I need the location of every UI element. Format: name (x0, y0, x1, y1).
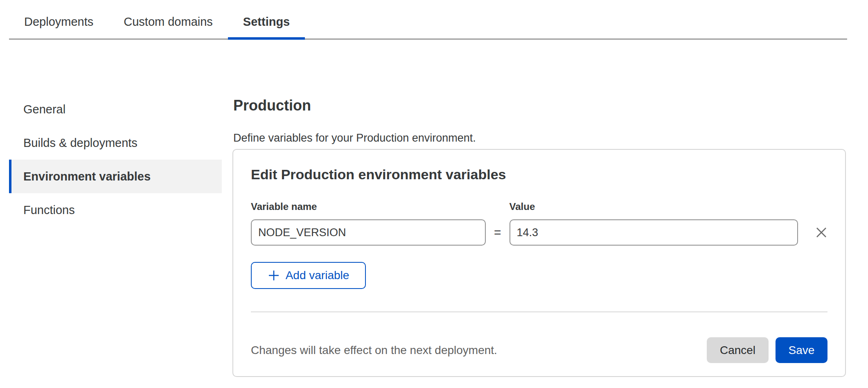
variable-name-field-group: Variable name (251, 202, 486, 246)
close-icon (815, 226, 827, 239)
section-description: Define variables for your Production env… (233, 133, 846, 144)
card-footer: Changes will take effect on the next dep… (251, 337, 827, 363)
variable-value-input[interactable] (510, 219, 798, 246)
environment-variables-card: Edit Production environment variables Va… (232, 149, 846, 377)
settings-content: General Builds & deployments Environment… (0, 92, 868, 377)
sidebar-item-functions[interactable]: Functions (9, 193, 222, 227)
sidebar-item-general[interactable]: General (9, 92, 222, 126)
variable-row: Variable name = Value (251, 202, 827, 246)
section-title: Production (233, 98, 846, 113)
add-variable-button[interactable]: Add variable (251, 262, 366, 289)
variable-name-label: Variable name (251, 202, 486, 212)
tab-deployments[interactable]: Deployments (9, 5, 108, 38)
card-title: Edit Production environment variables (251, 167, 827, 181)
tab-settings[interactable]: Settings (228, 5, 305, 38)
card-divider (251, 311, 827, 312)
variable-name-input[interactable] (251, 219, 486, 246)
add-variable-label: Add variable (286, 269, 349, 282)
save-button[interactable]: Save (776, 337, 827, 363)
variable-value-label: Value (510, 202, 798, 212)
footer-actions: Cancel Save (707, 337, 827, 363)
cancel-button[interactable]: Cancel (707, 337, 769, 363)
variable-value-field-group: Value (510, 202, 798, 246)
sidebar-item-environment-variables[interactable]: Environment variables (9, 160, 222, 193)
tab-custom-domains[interactable]: Custom domains (108, 5, 228, 38)
remove-variable-button[interactable] (815, 219, 827, 246)
footer-note: Changes will take effect on the next dep… (251, 344, 497, 357)
plus-icon (268, 269, 280, 282)
main-panel: Production Define variables for your Pro… (232, 92, 846, 377)
sidebar-item-builds-deployments[interactable]: Builds & deployments (9, 126, 222, 160)
equals-sign: = (494, 219, 501, 246)
tab-bar: Deployments Custom domains Settings (9, 0, 847, 40)
settings-sidebar: General Builds & deployments Environment… (9, 92, 222, 377)
